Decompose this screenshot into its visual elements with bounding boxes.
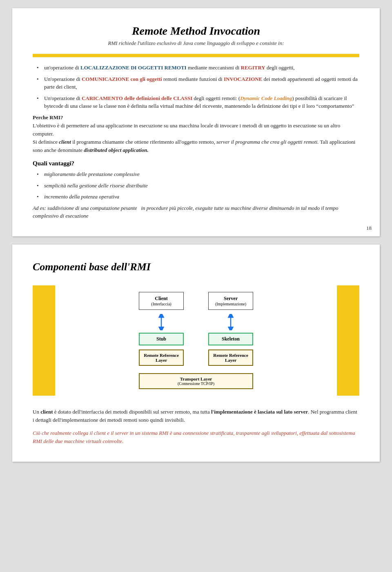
perche-title: Perche RMI? (33, 114, 63, 120)
server-term: server il programma che crea gli oggetti… (216, 139, 319, 145)
server-label: Server (214, 296, 247, 302)
transport-sub: (Connessione TCP/IP) (145, 381, 247, 386)
ref-layer-right: Remote Reference Layer (208, 349, 253, 366)
client-bold: client (40, 409, 53, 415)
transport-label: Transport Layer (145, 376, 247, 381)
localizzazione-highlight: LOCALIZZAZIONE DI OGGETTI REMOTI (80, 65, 187, 71)
skeleton-box: Skeleton (208, 333, 253, 345)
arrow-right (208, 314, 253, 330)
list-item-2: Un'operazione di COMUNICAZIONE con gli o… (37, 75, 359, 91)
server-box: Server (Implementazione) (208, 292, 253, 310)
perche-text1: L'obiettivo è di permettere ad una appli… (33, 122, 359, 138)
ref-layer-row: Remote Reference Layer Remote Reference … (139, 349, 253, 366)
ref-layer-right-label: Remote Reference (213, 353, 248, 358)
ref-layer-left-label: Remote Reference (144, 353, 179, 358)
arrow-left (139, 314, 184, 330)
ref-layer-left: Remote Reference Layer (139, 349, 184, 366)
perche-section: Perche RMI? L'obiettivo è di permettere … (33, 114, 359, 155)
client-sub: (Interfaccia) (145, 302, 178, 306)
caricamento-highlight: CARICAMENTO delle definizioni delle CLAS… (82, 95, 192, 101)
list-item-3: Un'operazione di CARICAMENTO delle defin… (37, 94, 359, 110)
slide-2: Componenti base dell'RMI Client (Interfa… (12, 245, 380, 462)
yellow-bar-top (33, 54, 359, 57)
slide-1: Remote Method Invocation RMI richiede l'… (12, 8, 380, 236)
slide1-subtitle: RMI richiede l'utilizzo esclusivo di Jav… (33, 40, 359, 47)
invocazione-highlight: INVOCAZIONE (224, 76, 262, 82)
double-arrow-left-icon (155, 314, 167, 330)
server-sub: (Implementazione) (214, 302, 247, 306)
client-term: client (59, 139, 71, 145)
top-boxes-row: Client (Interfaccia) Server (Implementaz… (139, 292, 253, 310)
slide2-text1: Un client è dotato dell'interfaccia dei … (33, 408, 359, 424)
vantaggi-extra: Ad es: suddivisione di una computazione … (33, 204, 359, 220)
slide1-list: un'operazione di LOCALIZZAZIONE DI OGGET… (33, 64, 359, 110)
page-number: 18 (366, 225, 372, 231)
client-label: Client (145, 296, 178, 302)
quali-vantaggi-title: Quali vantaggi? (33, 160, 359, 167)
double-arrow-right-icon (225, 314, 237, 330)
vantaggio-3: incremento della potenza operativa (37, 193, 359, 201)
vantaggi-list: miglioramento delle prestazione compless… (33, 170, 359, 201)
diagram-wrapper: Client (Interfaccia) Server (Implementaz… (33, 285, 359, 396)
stub-label: Stub (145, 336, 177, 342)
slide2-text2: Ciò che realmente collega il client e il… (33, 429, 359, 445)
dynamic-loading-highlight: Dynamic Code Loading (240, 95, 292, 101)
perche-text2: Si definisce client il programma chiaman… (33, 138, 359, 154)
yellow-bar-left (33, 285, 55, 396)
list-item-1: un'operazione di LOCALIZZAZIONE DI OGGET… (37, 64, 359, 72)
vantaggio-1: miglioramento delle prestazione compless… (37, 170, 359, 178)
yellow-bar-right (337, 285, 359, 396)
skeleton-label: Skeleton (215, 336, 247, 342)
stub-box: Stub (139, 333, 184, 345)
client-box: Client (Interfaccia) (139, 292, 184, 310)
slide2-title: Componenti base dell'RMI (33, 261, 359, 273)
ref-layer-left-sublabel: Layer (144, 358, 179, 363)
ref-layer-right-sublabel: Layer (213, 358, 248, 363)
comunicazione-highlight: COMUNICAZIONE con gli oggetti (82, 76, 162, 82)
regitry-highlight: REGITRY (241, 65, 265, 71)
slide1-title: Remote Method Invocation (33, 24, 359, 38)
diagram-content: Client (Interfaccia) Server (Implementaz… (55, 285, 337, 396)
vantaggio-2: semplicità nella gestione delle risorse … (37, 182, 359, 190)
transport-box: Transport Layer (Connessione TCP/IP) (139, 373, 253, 389)
stub-skeleton-row: Stub Skeleton (139, 333, 253, 345)
implementazione-bold: l'implementazione è lasciata sul lato se… (211, 409, 308, 415)
distributed-term: distributed object application. (84, 147, 149, 153)
arrows-row (139, 314, 253, 330)
